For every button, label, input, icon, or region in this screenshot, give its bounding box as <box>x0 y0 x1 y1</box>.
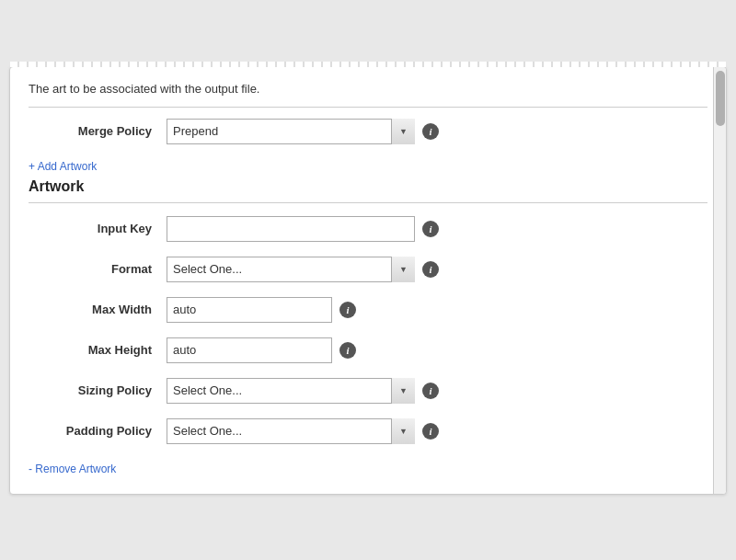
max-width-label: Max Width <box>29 303 167 316</box>
input-key-row: Input Key i <box>29 216 707 242</box>
scrollbar[interactable] <box>713 67 726 494</box>
remove-artwork-link[interactable]: - Remove Artwork <box>29 463 116 475</box>
format-info-icon[interactable]: i <box>422 261 439 278</box>
sizing-policy-control: Select One... Fit Fill Stretch Keep i <box>167 378 439 404</box>
format-row: Format Select One... JPEG PNG GIF BMP i <box>29 257 707 282</box>
max-height-control: i <box>167 337 356 363</box>
max-width-control: i <box>167 297 356 323</box>
sizing-policy-label: Sizing Policy <box>29 383 167 397</box>
merge-policy-label: Merge Policy <box>29 124 167 138</box>
main-panel: The art to be associated with the output… <box>9 66 727 495</box>
max-width-info-icon[interactable]: i <box>339 302 356 318</box>
input-key-label: Input Key <box>29 222 167 235</box>
sizing-policy-select-wrapper: Select One... Fit Fill Stretch Keep <box>167 378 415 404</box>
max-height-row: Max Height i <box>29 337 707 363</box>
sizing-policy-select[interactable]: Select One... Fit Fill Stretch Keep <box>167 378 415 404</box>
max-width-row: Max Width i <box>29 297 707 323</box>
input-key-field[interactable] <box>167 216 415 242</box>
description-text: The art to be associated with the output… <box>29 82 707 108</box>
padding-policy-select-wrapper: Select One... Pad NoPad <box>167 418 415 444</box>
padding-policy-select[interactable]: Select One... Pad NoPad <box>167 418 415 444</box>
format-select[interactable]: Select One... JPEG PNG GIF BMP <box>167 257 415 282</box>
scrollbar-thumb[interactable] <box>716 71 725 126</box>
merge-policy-row: Merge Policy Prepend Append Replace i <box>29 119 707 144</box>
format-label: Format <box>29 262 167 276</box>
sizing-policy-info-icon[interactable]: i <box>422 383 439 399</box>
max-height-info-icon[interactable]: i <box>339 342 356 359</box>
max-width-field[interactable] <box>167 297 332 323</box>
input-key-info-icon[interactable]: i <box>422 221 439 237</box>
artwork-section-title: Artwork <box>29 178 707 203</box>
padding-policy-info-icon[interactable]: i <box>422 423 439 440</box>
padding-policy-control: Select One... Pad NoPad i <box>167 418 439 444</box>
max-height-field[interactable] <box>167 337 332 363</box>
max-height-label: Max Height <box>29 343 167 357</box>
add-artwork-link[interactable]: + Add Artwork <box>29 160 97 173</box>
padding-policy-row: Padding Policy Select One... Pad NoPad i <box>29 418 707 444</box>
padding-policy-label: Padding Policy <box>29 424 167 438</box>
merge-policy-select-wrapper: Prepend Append Replace <box>167 119 415 144</box>
merge-policy-select[interactable]: Prepend Append Replace <box>167 119 415 144</box>
merge-policy-info-icon[interactable]: i <box>422 123 439 140</box>
format-select-wrapper: Select One... JPEG PNG GIF BMP <box>167 257 415 282</box>
merge-policy-control: Prepend Append Replace i <box>167 119 439 144</box>
sizing-policy-row: Sizing Policy Select One... Fit Fill Str… <box>29 378 707 404</box>
format-control: Select One... JPEG PNG GIF BMP i <box>167 257 439 282</box>
artwork-section: Artwork Input Key i Format Select One...… <box>29 178 707 475</box>
input-key-control: i <box>167 216 439 242</box>
